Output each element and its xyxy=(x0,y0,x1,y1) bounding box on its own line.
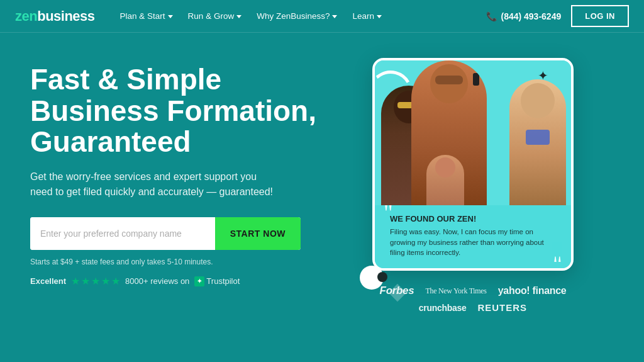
nav-learn[interactable]: Learn xyxy=(346,8,388,25)
phone-number[interactable]: 📞 (844) 493-6249 xyxy=(486,11,561,21)
star-4: ★ xyxy=(101,275,110,287)
hero-section: Fast & Simple Business Formation, Guaran… xyxy=(0,33,644,362)
company-name-form: START NOW xyxy=(30,217,301,250)
chevron-down-icon xyxy=(236,15,242,18)
chevron-down-icon xyxy=(377,15,382,18)
quote-open-icon: " xyxy=(384,201,393,224)
price-note: Starts at $49 + state fees and only take… xyxy=(30,257,332,266)
company-name-input[interactable] xyxy=(30,217,215,250)
trustpilot-name: Trustpilot xyxy=(206,276,240,286)
deco-black-circle xyxy=(377,272,387,282)
trustpilot-logo[interactable]: ✦ Trustpilot xyxy=(194,276,240,286)
chevron-down-icon xyxy=(332,15,337,18)
nyt-logo: The New York Times xyxy=(425,286,486,296)
nav-run-grow[interactable]: Run & Grow xyxy=(182,8,248,25)
quote-close-icon: " xyxy=(553,243,562,266)
testimonial-text: Filing was easy. Now, I can focus my tim… xyxy=(385,227,561,258)
trust-label: Excellent xyxy=(30,276,66,286)
reuters-logo: REUTERS xyxy=(477,302,527,313)
star-rating: ★ ★ ★ ★ ★ xyxy=(71,275,120,287)
phone-icon: 📞 xyxy=(486,11,497,21)
nav-links: Plan & Start Run & Grow Why ZenBusiness?… xyxy=(114,8,487,25)
star-3: ★ xyxy=(91,275,100,287)
testimonial-block: " WE FOUND OUR ZEN! Filing was easy. Now… xyxy=(375,205,571,268)
nav-why-zenbusiness[interactable]: Why ZenBusiness? xyxy=(250,8,343,25)
hero-title: Fast & Simple Business Formation, Guaran… xyxy=(30,64,332,158)
logo[interactable]: zenbusiness xyxy=(15,8,95,25)
star-5: ★ xyxy=(111,275,120,287)
press-row-2: crunchbase REUTERS xyxy=(419,302,527,313)
login-button[interactable]: LOG IN xyxy=(571,5,629,27)
card-image: ✦ ✦ ✦ xyxy=(375,60,571,205)
crunchbase-logo: crunchbase xyxy=(419,303,467,313)
press-row-1: Forbes The New York Times yahoo! finance xyxy=(380,285,567,297)
chevron-down-icon xyxy=(168,15,173,18)
navbar: zenbusiness Plan & Start Run & Grow Why … xyxy=(0,0,644,33)
hero-subtitle: Get the worry-free services and expert s… xyxy=(30,169,282,200)
person-3 xyxy=(509,79,566,205)
hero-right: ✦ ✦ ✦ xyxy=(332,58,614,313)
people-image xyxy=(375,60,571,205)
hero-card: ✦ ✦ ✦ xyxy=(372,58,574,271)
nav-right: 📞 (844) 493-6249 LOG IN xyxy=(486,5,629,27)
start-now-button[interactable]: START NOW xyxy=(215,217,301,250)
nav-plan-start[interactable]: Plan & Start xyxy=(114,8,179,25)
trustpilot-row: Excellent ★ ★ ★ ★ ★ 8000+ reviews on ✦ T… xyxy=(30,275,332,287)
star-2: ★ xyxy=(81,275,90,287)
star-1: ★ xyxy=(71,275,80,287)
trustpilot-icon: ✦ xyxy=(194,276,204,286)
baby xyxy=(426,155,464,205)
yahoo-logo: yahoo! finance xyxy=(498,285,567,297)
review-count: 8000+ reviews on xyxy=(125,276,189,286)
testimonial-heading: WE FOUND OUR ZEN! xyxy=(385,214,561,223)
hero-left: Fast & Simple Business Formation, Guaran… xyxy=(30,58,332,287)
